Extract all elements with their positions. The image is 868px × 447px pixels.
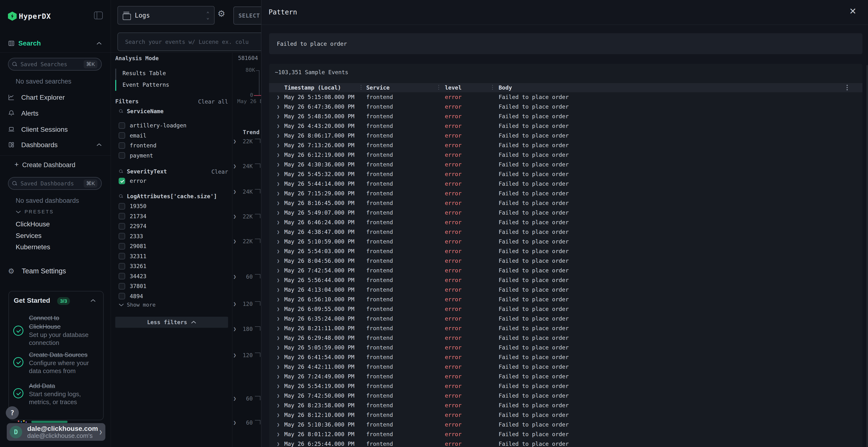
source-settings-gear-icon[interactable]: ⚙ (217, 9, 225, 19)
column-separator[interactable] (438, 85, 439, 90)
chevron-right-icon[interactable]: ❯ (233, 238, 236, 244)
table-row[interactable]: ❯May 26 5:48:50.000 PMfrontenderrorFaile… (269, 111, 863, 121)
filter-group-severitytext[interactable]: SeverityText (119, 167, 167, 176)
filter-option[interactable]: artillery-loadgen (119, 121, 186, 130)
filter-option[interactable]: email (119, 131, 146, 140)
table-row[interactable]: ❯May 26 8:06:17.000 PMfrontenderrorFaile… (269, 131, 863, 140)
table-row[interactable]: ❯May 26 5:10:59.000 PMfrontenderrorFaile… (269, 237, 863, 246)
mode-event-patterns[interactable]: Event Patterns (123, 82, 169, 88)
checkbox[interactable] (119, 152, 125, 159)
row-expand-chevron-icon[interactable]: ❯ (277, 227, 280, 237)
row-expand-chevron-icon[interactable]: ❯ (277, 256, 280, 266)
checkbox[interactable] (119, 223, 125, 230)
chevron-right-icon[interactable]: ❯ (233, 213, 236, 219)
sidebar-item-search[interactable]: Search (0, 37, 111, 50)
table-row[interactable]: ❯May 26 6:09:55.000 PMfrontenderrorFaile… (269, 304, 863, 314)
checkbox[interactable] (119, 293, 125, 299)
severity-clear-link[interactable]: Clear (203, 169, 228, 175)
chevron-right-icon[interactable]: ❯ (233, 188, 236, 195)
help-button[interactable]: ? (6, 406, 19, 419)
col-header-service[interactable]: Service (366, 83, 390, 92)
preset-kubernetes[interactable]: Kubernetes (16, 243, 50, 251)
checkbox[interactable] (119, 233, 125, 239)
table-row[interactable]: ❯May 26 5:10:36.000 PMfrontenderrorFaile… (269, 420, 863, 429)
row-expand-chevron-icon[interactable]: ❯ (277, 92, 280, 102)
table-row[interactable]: ❯May 26 6:56:10.000 PMfrontenderrorFaile… (269, 295, 863, 304)
row-expand-chevron-icon[interactable]: ❯ (277, 391, 280, 401)
row-expand-chevron-icon[interactable]: ❯ (277, 111, 280, 121)
chevron-right-icon[interactable]: ❯ (233, 163, 236, 169)
sidebar-item-client-sessions[interactable]: Client Sessions (0, 123, 111, 136)
table-row[interactable]: ❯May 26 4:43:20.000 PMfrontenderrorFaile… (269, 121, 863, 131)
chevron-right-icon[interactable]: ❯ (233, 326, 236, 332)
table-row[interactable]: ❯May 26 8:04:56.000 PMfrontenderrorFaile… (269, 256, 863, 266)
show-more-link[interactable]: Show more (119, 302, 156, 308)
table-row[interactable]: ❯May 26 8:12:10.000 PMfrontenderrorFaile… (269, 410, 863, 420)
table-row[interactable]: ❯May 26 8:01:12.000 PMfrontenderrorFaile… (269, 429, 863, 439)
table-row[interactable]: ❯May 26 7:13:26.000 PMfrontenderrorFaile… (269, 140, 863, 150)
table-row[interactable]: ❯May 26 5:49:07.000 PMfrontenderrorFaile… (269, 208, 863, 217)
row-expand-chevron-icon[interactable]: ❯ (277, 131, 280, 140)
table-row[interactable]: ❯May 26 6:29:48.000 PMfrontenderrorFaile… (269, 333, 863, 343)
mode-results-table[interactable]: Results Table (123, 70, 166, 76)
row-expand-chevron-icon[interactable]: ❯ (277, 362, 280, 372)
filter-option[interactable]: 2333 (119, 232, 143, 241)
row-expand-chevron-icon[interactable]: ❯ (277, 304, 280, 314)
chevron-right-icon[interactable]: ❯ (233, 138, 236, 144)
sidebar-item-alerts[interactable]: Alerts (0, 106, 111, 120)
row-expand-chevron-icon[interactable]: ❯ (277, 275, 280, 285)
sidebar-item-team-settings[interactable]: ⚙ Team Settings (0, 265, 111, 277)
pattern-card[interactable]: Failed to place order (269, 33, 863, 54)
checkbox[interactable] (119, 132, 125, 139)
close-icon[interactable]: ✕ (849, 6, 857, 16)
row-expand-chevron-icon[interactable]: ❯ (277, 314, 280, 323)
checkbox[interactable] (119, 263, 125, 270)
table-row[interactable]: ❯May 26 6:12:19.000 PMfrontenderrorFaile… (269, 150, 863, 160)
table-row[interactable]: ❯May 26 4:38:47.000 PMfrontenderrorFaile… (269, 227, 863, 237)
table-row[interactable]: ❯May 26 7:24:49.000 PMfrontenderrorFaile… (269, 372, 863, 381)
checkbox[interactable] (119, 213, 125, 219)
row-expand-chevron-icon[interactable]: ❯ (277, 410, 280, 420)
checkbox[interactable] (119, 203, 125, 209)
col-header-timestamp[interactable]: Timestamp (Local) (284, 83, 341, 92)
filter-option[interactable]: error (119, 176, 146, 185)
table-row[interactable]: ❯May 26 8:23:58.000 PMfrontenderrorFaile… (269, 401, 863, 410)
filter-option[interactable]: 34423 (119, 272, 146, 281)
clear-all-link[interactable]: Clear all (196, 99, 228, 105)
checkbox[interactable] (119, 253, 125, 260)
checkbox[interactable] (119, 122, 125, 129)
table-row[interactable]: ❯May 26 6:41:54.000 PMfrontenderrorFaile… (269, 352, 863, 362)
checkbox[interactable] (119, 283, 125, 289)
row-expand-chevron-icon[interactable]: ❯ (277, 150, 280, 160)
chevron-up-icon[interactable] (90, 299, 96, 302)
row-expand-chevron-icon[interactable]: ❯ (277, 343, 280, 352)
scrollbar[interactable] (867, 65, 868, 447)
row-expand-chevron-icon[interactable]: ❯ (277, 246, 280, 256)
filter-option[interactable]: 32311 (119, 252, 146, 261)
row-expand-chevron-icon[interactable]: ❯ (277, 372, 280, 381)
filter-option[interactable]: 29081 (119, 242, 146, 250)
row-expand-chevron-icon[interactable]: ❯ (277, 323, 280, 333)
col-header-level[interactable]: level (445, 83, 462, 92)
user-profile-chip[interactable]: D dale@clickhouse.com dale@clickhouse.co… (7, 423, 105, 441)
row-expand-chevron-icon[interactable]: ❯ (277, 266, 280, 275)
row-expand-chevron-icon[interactable]: ❯ (277, 121, 280, 131)
table-row[interactable]: ❯May 26 8:21:11.000 PMfrontenderrorFaile… (269, 323, 863, 333)
row-expand-chevron-icon[interactable]: ❯ (277, 169, 280, 179)
row-expand-chevron-icon[interactable]: ❯ (277, 237, 280, 246)
table-row[interactable]: ❯May 26 5:54:03.000 PMfrontenderrorFaile… (269, 246, 863, 256)
row-expand-chevron-icon[interactable]: ❯ (277, 179, 280, 188)
row-expand-chevron-icon[interactable]: ❯ (277, 102, 280, 111)
table-row[interactable]: ❯May 26 7:42:54.000 PMfrontenderrorFaile… (269, 266, 863, 275)
filter-group-servicename[interactable]: ServiceName (119, 107, 163, 115)
row-expand-chevron-icon[interactable]: ❯ (277, 285, 280, 295)
row-expand-chevron-icon[interactable]: ❯ (277, 333, 280, 343)
table-row[interactable]: ❯May 26 5:45:32.000 PMfrontenderrorFaile… (269, 169, 863, 179)
filter-option[interactable]: 37801 (119, 282, 146, 290)
table-row[interactable]: ❯May 26 4:13:04.000 PMfrontenderrorFaile… (269, 285, 863, 295)
filter-option[interactable]: 19350 (119, 202, 146, 210)
table-row[interactable]: ❯May 26 5:05:59.000 PMfrontenderrorFaile… (269, 343, 863, 352)
table-row[interactable]: ❯May 26 6:46:24.000 PMfrontenderrorFaile… (269, 217, 863, 227)
chevron-right-icon[interactable]: ❯ (233, 274, 236, 280)
filter-option[interactable]: 4894 (119, 292, 143, 301)
